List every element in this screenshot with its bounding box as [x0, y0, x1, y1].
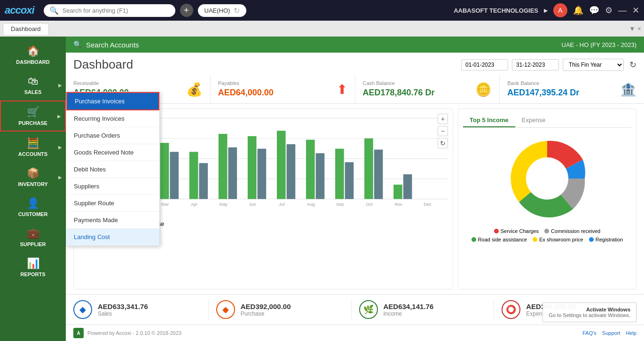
sidebar-item-inventory[interactable]: 📦 INVENTORY ▶: [0, 163, 66, 192]
date-to-input[interactable]: [512, 59, 559, 70]
footer-help-link[interactable]: Help: [626, 330, 636, 336]
chart-refresh-button[interactable]: ↻: [438, 138, 448, 148]
search-accounts-label: Search Accounts: [86, 41, 139, 49]
inventory-arrow-icon: ▶: [58, 175, 62, 180]
income-bottom-icon: 🌿: [359, 300, 378, 319]
search-box[interactable]: 🔍: [44, 4, 175, 17]
purchase-icon: 🛒: [27, 106, 39, 118]
sidebar-item-supplier[interactable]: 💼 SUPPLIER: [0, 223, 66, 252]
chart-zoom-out-button[interactable]: −: [438, 126, 448, 136]
search-input[interactable]: [63, 7, 166, 14]
svg-rect-31: [403, 174, 412, 199]
tab-dropdown-button[interactable]: ▼: [629, 25, 636, 32]
company-name: AABASOFT TECHNOLOGIES: [454, 7, 538, 14]
notifications-icon[interactable]: 🔔: [573, 5, 583, 16]
submenu-item-purchase-invoices[interactable]: Purchase Invoices: [66, 92, 159, 110]
accounts-arrow-icon: ▶: [58, 145, 62, 150]
sidebar-item-dashboard[interactable]: 🏠 DASHBOARD: [0, 40, 66, 70]
date-refresh-button[interactable]: ↻: [629, 60, 636, 70]
svg-rect-18: [219, 134, 228, 199]
windows-activation-line1: Activate Windows: [549, 307, 630, 312]
supplier-icon: 💼: [27, 227, 39, 240]
branch-label: UAE(HO): [204, 7, 230, 14]
cash-balance-card: Cash Balance AED178,840.76 Dr 🪙: [355, 75, 500, 103]
branch-selector[interactable]: UAE(HO) ↻: [198, 4, 247, 17]
submenu-item-suppliers[interactable]: Suppliers: [66, 178, 159, 195]
tab-bar: Dashboard ▼ ×: [0, 21, 644, 37]
submenu-item-recurring-invoices[interactable]: Recurring Invoices: [66, 110, 159, 127]
submenu-item-goods-received-note[interactable]: Goods Received Note: [66, 144, 159, 161]
close-icon[interactable]: ✕: [632, 5, 639, 16]
submenu-item-payments-made[interactable]: Payments Made: [66, 212, 159, 229]
svg-rect-27: [345, 162, 354, 199]
submenu-item-landing-cost[interactable]: Landing Cost: [66, 229, 159, 246]
svg-text:Apr: Apr: [191, 202, 197, 207]
svg-rect-28: [364, 139, 373, 199]
settings-icon[interactable]: ⚙: [605, 5, 613, 16]
bottom-item-purchase: ◆ AED392,000.00 Purchase: [209, 300, 352, 319]
date-filters: This Fin Year This Month This Quarter ↻: [461, 59, 636, 71]
svg-text:Aug: Aug: [307, 202, 315, 207]
sidebar-item-sales[interactable]: 🛍 SALES ▶: [0, 70, 66, 100]
legend-item-commission: Commission received: [544, 228, 600, 234]
sales-bottom-value: AED633,341.76: [98, 302, 148, 310]
svg-rect-23: [287, 144, 296, 199]
svg-rect-15: [170, 152, 179, 199]
svg-rect-16: [189, 152, 198, 199]
payables-card: Payables AED64,000.00 ⬆: [211, 75, 355, 103]
app-logo: accoxi: [5, 4, 34, 16]
legend-item-exshowroom: Ex showroom price: [533, 237, 583, 242]
receivable-icon: 💰: [186, 81, 203, 97]
period-select[interactable]: This Fin Year This Month This Quarter: [563, 59, 624, 71]
page-title: Dashboard: [73, 57, 461, 72]
sales-bottom-label: Sales: [98, 310, 148, 317]
svg-text:Jul: Jul: [279, 202, 284, 207]
purchase-bottom-label: Purchase: [241, 310, 291, 317]
main-layout: 🏠 DASHBOARD 🛍 SALES ▶ 🛒 PURCHASE ▶ 🧮 ACC…: [0, 37, 644, 341]
footer-faq-link[interactable]: FAQ's: [582, 330, 597, 336]
purchase-bottom-info: AED392,000.00 Purchase: [241, 302, 291, 317]
legend-dot-roadside: [471, 237, 476, 242]
donut-container: Top 5 Income Expense: [458, 108, 636, 289]
date-from-input[interactable]: [461, 59, 508, 70]
income-bottom-info: AED634,141.76 Income: [384, 302, 434, 317]
tab-actions: ▼ ×: [629, 25, 641, 32]
add-button[interactable]: +: [180, 4, 193, 17]
submenu-item-supplier-route[interactable]: Supplier Route: [66, 195, 159, 212]
tab-top5-income[interactable]: Top 5 Income: [463, 114, 515, 127]
legend-label-commission: Commission received: [551, 228, 600, 234]
tab-close-button[interactable]: ×: [637, 25, 641, 32]
minimize-icon[interactable]: —: [618, 6, 627, 16]
sidebar-item-accounts[interactable]: 🧮 ACCOUNTS ▶: [0, 132, 66, 162]
sidebar-item-purchase[interactable]: 🛒 PURCHASE ▶: [0, 101, 66, 132]
cash-balance-icon: 🪙: [475, 81, 492, 97]
svg-rect-25: [316, 153, 325, 199]
svg-text:May: May: [219, 202, 228, 207]
sidebar: 🏠 DASHBOARD 🛍 SALES ▶ 🛒 PURCHASE ▶ 🧮 ACC…: [0, 37, 66, 341]
income-bottom-label: Income: [384, 310, 434, 317]
bank-balance-value: AED147,395.24 Dr: [507, 88, 636, 98]
submenu-item-debit-notes[interactable]: Debit Notes: [66, 161, 159, 178]
expense-bottom-icon: ⭕: [502, 300, 520, 319]
chart-zoom-in-button[interactable]: +: [438, 114, 448, 124]
receivable-label: Receivable: [73, 80, 203, 86]
footer: A Powered by Accoxi - 2.0.10 © 2018-2023…: [66, 325, 644, 341]
branch-refresh-button[interactable]: ↻: [234, 6, 240, 15]
tab-dashboard[interactable]: Dashboard: [3, 23, 49, 35]
svg-text:Mar: Mar: [161, 202, 169, 207]
avatar[interactable]: A: [553, 3, 567, 17]
svg-rect-20: [248, 136, 257, 199]
reports-icon: 📊: [27, 257, 39, 270]
footer-support-link[interactable]: Support: [602, 330, 620, 336]
sidebar-item-reports[interactable]: 📊 REPORTS: [0, 253, 66, 282]
submenu-item-purchase-orders[interactable]: Purchase Orders: [66, 127, 159, 144]
inventory-icon: 📦: [27, 167, 39, 179]
legend-label-service-charges: Service Charges: [501, 228, 539, 234]
svg-rect-21: [258, 149, 267, 199]
tab-top5-expense[interactable]: Expense: [515, 114, 552, 127]
sales-arrow-icon: ▶: [58, 83, 62, 88]
footer-links: FAQ's Support Help: [582, 330, 636, 336]
sidebar-item-customer[interactable]: 👤 CUSTOMER: [0, 193, 66, 222]
legend-label-roadside: Road side assistance: [478, 237, 527, 242]
messages-icon[interactable]: 💬: [589, 5, 599, 16]
